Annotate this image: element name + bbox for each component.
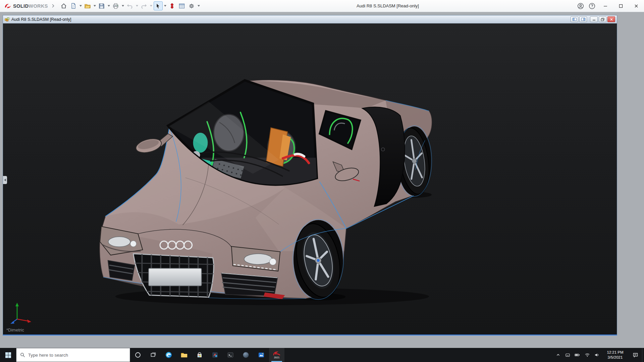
command-prompt-button[interactable] bbox=[223, 348, 238, 362]
featuremanager-expand-arrow[interactable] bbox=[3, 176, 7, 184]
undo-icon bbox=[126, 3, 133, 9]
pane-right-icon bbox=[581, 18, 585, 21]
print-dropdown[interactable] bbox=[121, 1, 125, 10]
close-icon bbox=[610, 18, 613, 21]
options-button[interactable] bbox=[187, 1, 196, 10]
z-axis bbox=[10, 319, 17, 324]
select-tool-button[interactable] bbox=[154, 1, 163, 10]
main-toolbar bbox=[59, 1, 201, 10]
network-button[interactable] bbox=[582, 348, 592, 362]
pinned-app-button-3[interactable] bbox=[254, 348, 269, 362]
solidworks-taskbar-icon bbox=[273, 351, 281, 356]
document-window: Audi R8 S.SLDASM [Read-only] bbox=[3, 15, 617, 336]
car-model[interactable] bbox=[99, 77, 432, 308]
chevron-left-icon bbox=[4, 179, 6, 181]
microsoft-store-button[interactable] bbox=[192, 348, 207, 362]
app-maximize-button[interactable] bbox=[613, 0, 629, 12]
command-prompt-icon bbox=[227, 352, 234, 358]
file-properties-button[interactable] bbox=[177, 1, 186, 10]
options-dropdown[interactable] bbox=[197, 1, 201, 10]
clock-date: 3/5/2021 bbox=[608, 355, 623, 360]
taskbar-search[interactable] bbox=[16, 348, 130, 362]
show-desktop-button[interactable] bbox=[642, 348, 644, 362]
doc-restore-button[interactable] bbox=[599, 16, 606, 22]
graphics-area[interactable]: *Dimetric bbox=[3, 23, 617, 335]
solidworks-taskbar-button[interactable]: 2021 bbox=[269, 348, 284, 362]
save-button[interactable] bbox=[97, 1, 106, 10]
doc-close-button[interactable] bbox=[607, 16, 615, 22]
document-title: Audi R8 S.SLDASM [Read-only] bbox=[11, 17, 71, 22]
edge-button[interactable] bbox=[161, 348, 176, 362]
cortana-icon bbox=[135, 352, 141, 358]
rebuild-button[interactable] bbox=[168, 1, 177, 10]
cortana-button[interactable] bbox=[130, 348, 146, 362]
new-document-button[interactable] bbox=[69, 1, 78, 10]
pinned-app-button-2[interactable] bbox=[238, 348, 254, 362]
select-cursor-icon bbox=[155, 3, 161, 9]
orientation-triad bbox=[8, 300, 33, 324]
brand-name: SOLIDWORKS bbox=[13, 3, 48, 9]
app-window-controls bbox=[575, 0, 644, 12]
rebuild-icon bbox=[169, 3, 175, 9]
x-axis bbox=[17, 319, 31, 323]
minimize-icon bbox=[592, 18, 596, 21]
help-icon bbox=[588, 2, 596, 10]
document-window-controls bbox=[571, 16, 615, 22]
account-icon bbox=[577, 2, 584, 10]
start-button[interactable] bbox=[0, 348, 16, 362]
maximize-icon bbox=[619, 4, 623, 8]
task-view-icon bbox=[150, 352, 156, 358]
minimize-icon bbox=[603, 4, 607, 8]
mdi-workspace: Audi R8 S.SLDASM [Read-only] bbox=[0, 12, 644, 348]
select-tool-dropdown[interactable] bbox=[163, 1, 167, 10]
app-close-button[interactable] bbox=[629, 0, 644, 12]
globe-app-icon bbox=[243, 352, 249, 358]
pinned-app-icon-1 bbox=[212, 352, 218, 358]
volume-button[interactable] bbox=[592, 348, 602, 362]
toolbar-expand-arrow-icon[interactable] bbox=[51, 2, 56, 10]
options-gear-icon bbox=[188, 3, 195, 9]
account-button[interactable] bbox=[575, 0, 586, 12]
store-icon bbox=[196, 352, 203, 358]
doc-pane-right-button[interactable] bbox=[579, 16, 587, 22]
action-center-icon bbox=[633, 352, 638, 358]
solidworks-brand: SOLIDWORKS bbox=[0, 3, 51, 9]
close-icon bbox=[634, 4, 638, 8]
touch-keyboard-icon bbox=[565, 353, 570, 358]
search-input[interactable] bbox=[28, 353, 126, 358]
doc-minimize-button[interactable] bbox=[590, 16, 598, 22]
tray-expand-button[interactable] bbox=[553, 348, 563, 362]
undo-button[interactable] bbox=[125, 1, 135, 10]
app-minimize-button[interactable] bbox=[598, 0, 613, 12]
file-properties-icon bbox=[178, 3, 185, 9]
undo-dropdown[interactable] bbox=[135, 1, 139, 10]
battery-button[interactable] bbox=[573, 348, 582, 362]
open-button[interactable] bbox=[83, 1, 92, 10]
print-button[interactable] bbox=[111, 1, 120, 10]
pinned-app-button-1[interactable] bbox=[207, 348, 223, 362]
redo-dropdown[interactable] bbox=[149, 1, 153, 10]
app-window-title: Audi R8 S.SLDASM [Read-only] bbox=[201, 3, 575, 8]
redo-button[interactable] bbox=[140, 1, 149, 10]
solidworks-logo-icon bbox=[4, 3, 11, 9]
redo-icon bbox=[141, 3, 147, 9]
save-dropdown[interactable] bbox=[107, 1, 111, 10]
solidworks-year-badge: 2021 bbox=[274, 356, 280, 359]
action-center-button[interactable] bbox=[629, 348, 642, 362]
new-document-dropdown[interactable] bbox=[79, 1, 83, 10]
pane-left-icon bbox=[573, 18, 577, 21]
print-icon bbox=[112, 3, 119, 9]
document-title-bar[interactable]: Audi R8 S.SLDASM [Read-only] bbox=[3, 15, 617, 23]
clock-time: 12:21 PM bbox=[607, 350, 623, 355]
file-explorer-button[interactable] bbox=[176, 348, 192, 362]
help-button[interactable] bbox=[586, 0, 598, 12]
open-dropdown[interactable] bbox=[93, 1, 97, 10]
doc-pane-left-button[interactable] bbox=[571, 16, 578, 22]
home-button[interactable] bbox=[59, 1, 68, 10]
touch-keyboard-button[interactable] bbox=[563, 348, 573, 362]
windows-taskbar: 2021 bbox=[0, 348, 644, 362]
task-view-button[interactable] bbox=[146, 348, 161, 362]
solidworks-application-window: SOLIDWORKS bbox=[0, 0, 644, 362]
taskbar-clock[interactable]: 12:21 PM 3/5/2021 bbox=[602, 348, 629, 362]
network-wifi-icon bbox=[585, 352, 590, 358]
